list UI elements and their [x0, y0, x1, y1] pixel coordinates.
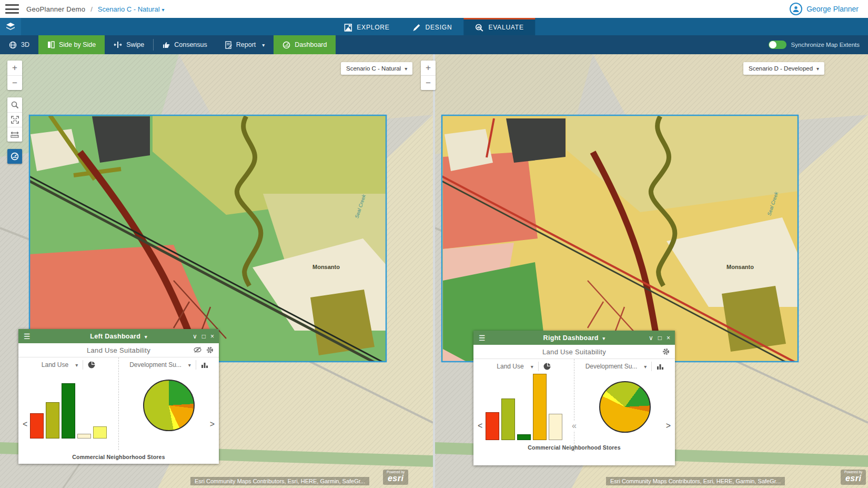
- collapse-icon[interactable]: ∨: [649, 335, 653, 341]
- main-nav-bar: EXPLORE DESIGN EVALUATE: [0, 18, 868, 35]
- extent-arrows-icon: [11, 116, 19, 124]
- chevron-down-icon: ▾: [405, 66, 407, 72]
- land-use-bar-widget: Land Use ▾: [473, 359, 574, 452]
- widget-title: Land Use Suitability: [18, 346, 219, 354]
- right-map-attribution: Esri Community Maps Contributors, Esri, …: [606, 477, 785, 485]
- widget-selector[interactable]: Land Use: [497, 363, 523, 370]
- right-dashboard-header[interactable]: ☰ Right Dashboard ▾ ∨ □ ×: [473, 331, 675, 345]
- zoom-in-button[interactable]: +: [421, 61, 436, 75]
- maximize-icon[interactable]: □: [658, 335, 662, 341]
- breadcrumb-scenario-dropdown[interactable]: Scenario C - Natural▾: [98, 5, 165, 13]
- bar-segment-1: [46, 402, 59, 439]
- panel-menu-icon[interactable]: ☰: [24, 333, 31, 340]
- breadcrumb-separator: /: [90, 5, 93, 13]
- 3d-button[interactable]: 3D: [0, 35, 38, 54]
- bar-segment-2: [62, 383, 75, 439]
- left-esri-logo: Powered byesri: [383, 470, 408, 485]
- gear-icon[interactable]: [206, 346, 214, 354]
- report-button[interactable]: Report ▾: [216, 35, 274, 54]
- swipe-button[interactable]: Swipe: [105, 35, 153, 54]
- right-dashboard-content: < « > Land Use ▾: [473, 359, 675, 452]
- tab-design[interactable]: DESIGN: [401, 18, 464, 35]
- left-dashboard-content: < > Land Use ▾ D: [18, 357, 219, 450]
- development-pie-widget: Development Su... ▾: [118, 357, 219, 450]
- widget-title-row: Land Use Suitability: [473, 345, 675, 359]
- dashboard-tool-button[interactable]: [7, 149, 22, 164]
- chevron-down-icon[interactable]: ▾: [531, 364, 533, 370]
- map-split-divider[interactable]: [433, 54, 435, 488]
- consensus-icon: [163, 41, 170, 48]
- bar-chart-icon[interactable]: [201, 362, 208, 369]
- layers-button[interactable]: [0, 18, 21, 35]
- globe-icon: [9, 41, 17, 49]
- land-use-bar-widget: Land Use ▾: [18, 357, 118, 450]
- pie-chart: [143, 380, 195, 431]
- zoom-out-button[interactable]: −: [7, 75, 22, 90]
- close-icon[interactable]: ×: [667, 335, 670, 341]
- collapse-icon[interactable]: ∨: [193, 333, 197, 340]
- right-esri-logo: Powered byesri: [841, 470, 866, 485]
- left-map-place-label: Monsanto: [312, 264, 340, 270]
- chevron-down-icon[interactable]: ▾: [644, 364, 647, 370]
- chevron-down-icon: ▾: [145, 334, 147, 340]
- evaluate-magnifier-icon: [475, 24, 483, 32]
- synchronize-toggle[interactable]: [769, 41, 786, 49]
- visibility-icon[interactable]: [194, 346, 201, 353]
- chevron-down-icon: ▾: [162, 7, 165, 13]
- bar-chart: [473, 374, 574, 441]
- left-map-tools: + −: [7, 61, 22, 164]
- page-right-arrow[interactable]: >: [210, 420, 215, 429]
- left-scenario-selector[interactable]: Scenario C - Natural▾: [341, 62, 412, 75]
- panel-menu-icon[interactable]: ☰: [479, 334, 486, 342]
- page-left-arrow[interactable]: <: [23, 420, 27, 429]
- menu-icon[interactable]: [5, 4, 19, 14]
- page-left-arrow[interactable]: <: [478, 421, 482, 431]
- widget-selector[interactable]: Development Su...: [129, 361, 181, 369]
- pie-chart-icon[interactable]: [88, 361, 95, 369]
- synchronize-label: Synchronize Map Extents: [791, 42, 860, 48]
- swipe-icon: [114, 41, 122, 48]
- report-icon: [225, 41, 232, 49]
- widget-selector[interactable]: Land Use: [42, 361, 68, 369]
- tab-evaluate[interactable]: EVALUATE: [463, 18, 535, 35]
- search-button[interactable]: [7, 97, 22, 112]
- full-extent-button[interactable]: [7, 112, 22, 127]
- measure-button[interactable]: [7, 127, 22, 142]
- left-map-attribution: Esri Community Maps Contributors, Esri, …: [190, 477, 369, 485]
- user-name[interactable]: George Planner: [806, 5, 859, 13]
- consensus-button[interactable]: Consensus: [154, 35, 216, 54]
- close-icon[interactable]: ×: [210, 333, 214, 340]
- user-avatar[interactable]: [790, 3, 802, 15]
- bar-segment-3: [77, 434, 91, 439]
- right-scenario-selector[interactable]: Scenario D - Developed▾: [743, 62, 824, 75]
- tab-explore[interactable]: EXPLORE: [332, 18, 401, 35]
- top-bar: GeoPlanner Demo / Scenario C - Natural▾ …: [0, 0, 868, 18]
- pen-icon: [413, 24, 421, 32]
- chevron-down-icon[interactable]: ▾: [188, 362, 191, 368]
- chevron-down-icon: ▾: [262, 42, 265, 48]
- widget-selector[interactable]: Development Su...: [586, 363, 638, 370]
- mode-tabs: EXPLORE DESIGN EVALUATE: [332, 18, 535, 35]
- search-icon: [11, 101, 19, 109]
- chart-caption: Commercial Neighborhood Stores: [473, 444, 675, 451]
- collapse-column-arrow[interactable]: «: [572, 421, 577, 431]
- bar-segment-1: [501, 399, 515, 440]
- zoom-in-button[interactable]: +: [7, 61, 22, 75]
- chevron-down-icon[interactable]: ▾: [75, 362, 78, 368]
- bar-chart: [18, 372, 118, 440]
- bar-segment-4: [549, 414, 562, 440]
- dashboard-button[interactable]: Dashboard: [274, 35, 336, 54]
- development-pie-widget: Development Su... ▾: [574, 359, 675, 452]
- bar-segment-4: [93, 426, 107, 439]
- zoom-out-button[interactable]: −: [421, 75, 436, 90]
- pie-chart-icon[interactable]: [543, 363, 551, 370]
- page-right-arrow[interactable]: >: [666, 421, 671, 431]
- gear-icon[interactable]: [662, 348, 670, 355]
- person-icon: [792, 5, 800, 13]
- maximize-icon[interactable]: □: [202, 333, 206, 340]
- widget-title: Land Use Suitability: [473, 348, 675, 356]
- side-by-side-button[interactable]: Side by Side: [38, 35, 105, 54]
- left-dashboard-header[interactable]: ☰ Left Dashboard ▾ ∨ □ ×: [18, 329, 219, 343]
- right-dashboard-panel: ☰ Right Dashboard ▾ ∨ □ × Land Use Suita…: [473, 331, 675, 465]
- bar-chart-icon[interactable]: [657, 363, 664, 370]
